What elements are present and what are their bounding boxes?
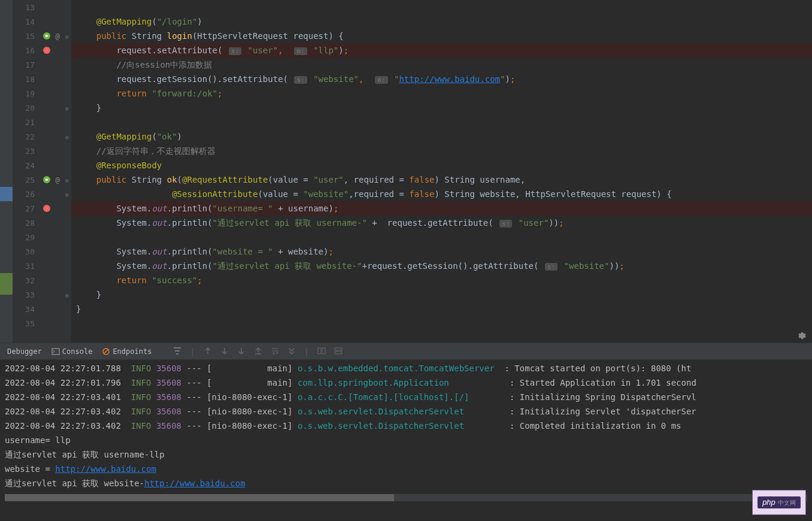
fold-icon[interactable]: ⊖	[65, 134, 69, 141]
code-line[interactable]: request.setAttribute( s: "user", o: "llp…	[71, 43, 812, 57]
gutter-line[interactable]: 19	[13, 86, 71, 101]
line-number: 30	[13, 247, 40, 256]
horizontal-scrollbar[interactable]	[5, 494, 807, 501]
code-line[interactable]: @ResponseBody	[71, 158, 812, 172]
down-arrow-2-icon[interactable]	[237, 347, 246, 355]
filter-icon[interactable]	[173, 347, 181, 355]
left-stripe	[0, 0, 13, 343]
url-link[interactable]: http://www.baidu.com	[55, 464, 156, 474]
gutter-line[interactable]: 16	[13, 43, 71, 57]
fold-icon[interactable]: ⊖	[65, 292, 69, 299]
gutter-line[interactable]: 31	[13, 259, 71, 273]
bookmark-highlight[interactable]	[0, 187, 13, 201]
console-output[interactable]: 2022-08-04 22:27:01.788 INFO 35608 --- […	[0, 360, 812, 521]
layout-2-icon[interactable]	[334, 347, 343, 355]
svg-rect-8	[335, 352, 342, 354]
fold-icon[interactable]: ⊖	[65, 34, 69, 40]
code-line[interactable]: System.out.println("username= " + userna…	[71, 201, 812, 216]
console-icon	[51, 347, 60, 356]
code-line[interactable]: }	[71, 101, 812, 115]
up-icon[interactable]	[204, 347, 212, 355]
gutter-line[interactable]: 14	[13, 14, 71, 29]
gutter-line[interactable]: 17	[13, 57, 71, 72]
gutter-line[interactable]: 34	[13, 302, 71, 316]
editor-area: 131415@⊖1617181920⊖2122⊖232425@⊖26⊖27282…	[0, 0, 812, 343]
gutter-line[interactable]: 22⊖	[13, 129, 71, 144]
code-line[interactable]: @GetMapping("/login")	[71, 14, 812, 29]
log-line: 2022-08-04 22:27:03.402 INFO 35608 --- […	[5, 404, 807, 419]
tab-endpoints[interactable]: Endpoints	[102, 347, 152, 356]
gutter-line[interactable]: 26⊖	[13, 187, 71, 201]
code-line[interactable]: //返回字符串，不走视图解析器	[71, 144, 812, 158]
line-number: 28	[13, 219, 40, 228]
badge-text: php	[762, 498, 775, 507]
code-line[interactable]: //向session中添加数据	[71, 57, 812, 72]
code-line[interactable]: public String login(HttpServletRequest r…	[71, 29, 812, 43]
gutter-line[interactable]: 24	[13, 158, 71, 172]
gear-icon[interactable]	[798, 331, 806, 340]
breakpoint-icon[interactable]	[42, 46, 51, 55]
tab-console[interactable]: Console	[51, 347, 93, 356]
gutter-line[interactable]: 30	[13, 244, 71, 259]
code-line[interactable]: System.out.println("website = " + websit…	[71, 244, 812, 259]
line-number: 13	[13, 3, 40, 12]
endpoints-icon	[102, 347, 110, 356]
code-line[interactable]: }	[71, 287, 812, 302]
code-line[interactable]	[71, 316, 812, 331]
code-line[interactable]: request.getSession().setAttribute( s: "w…	[71, 72, 812, 86]
gutter-line[interactable]: 25@⊖	[13, 172, 71, 187]
gutter-line[interactable]: 13	[13, 0, 71, 14]
code-editor[interactable]: @GetMapping("/login") public String logi…	[71, 0, 812, 343]
gutter[interactable]: 131415@⊖1617181920⊖2122⊖232425@⊖26⊖27282…	[13, 0, 71, 343]
gutter-line[interactable]: 15@⊖	[13, 29, 71, 43]
wrap-icon[interactable]	[271, 347, 279, 355]
bottom-panel: Debugger Console Endpoints | |	[0, 343, 812, 521]
code-line[interactable]: @GetMapping("ok")	[71, 129, 812, 144]
gutter-line[interactable]: 20⊖	[13, 101, 71, 115]
code-line[interactable]: }	[71, 302, 812, 316]
log-line: 2022-08-04 22:27:03.402 INFO 35608 --- […	[5, 419, 807, 433]
gutter-line[interactable]: 27	[13, 201, 71, 216]
svg-rect-6	[322, 348, 325, 354]
code-line[interactable]: @SessionAttribute(value = "website",requ…	[71, 187, 812, 201]
gutter-line[interactable]: 32	[13, 273, 71, 287]
gutter-line[interactable]: 33⊖	[13, 287, 71, 302]
line-number: 31	[13, 262, 40, 271]
code-line[interactable]: System.out.println("通过servlet api 获取 web…	[71, 259, 812, 273]
down-arrow-icon[interactable]	[220, 347, 229, 355]
spring-icon[interactable]	[42, 175, 51, 184]
scroll-end-icon[interactable]	[287, 347, 296, 355]
fold-icon[interactable]: ⊖	[65, 177, 69, 184]
code-line[interactable]	[71, 0, 812, 14]
code-line[interactable]: public String ok(@RequestAttribute(value…	[71, 172, 812, 187]
annotation-icon[interactable]: @	[55, 176, 59, 184]
code-line[interactable]: return "success";	[71, 273, 812, 287]
url-link[interactable]: http://www.baidu.com	[144, 478, 246, 488]
tab-debugger[interactable]: Debugger	[7, 347, 42, 356]
gutter-line[interactable]: 28	[13, 216, 71, 230]
line-number: 24	[13, 161, 40, 170]
line-number: 33	[13, 290, 40, 299]
code-line[interactable]: System.out.println("通过servlet api 获取 use…	[71, 216, 812, 230]
gutter-line[interactable]: 18	[13, 72, 71, 86]
code-line[interactable]: return "forward:/ok";	[71, 86, 812, 101]
export-icon[interactable]	[254, 347, 262, 355]
stdout-line: website = http://www.baidu.com	[5, 462, 807, 476]
gutter-line[interactable]: 29	[13, 230, 71, 244]
vcs-change-marker[interactable]	[0, 273, 13, 295]
spring-icon[interactable]	[42, 31, 51, 41]
scrollbar-thumb[interactable]	[5, 494, 394, 501]
breakpoint-icon[interactable]	[42, 204, 51, 213]
annotation-icon[interactable]: @	[55, 32, 59, 41]
gutter-line[interactable]: 21	[13, 115, 71, 129]
gutter-line[interactable]: 35	[13, 316, 71, 331]
gutter-line[interactable]: 23	[13, 144, 71, 158]
line-number: 35	[13, 319, 40, 328]
fold-icon[interactable]: ⊖	[65, 105, 69, 112]
code-line[interactable]	[71, 115, 812, 129]
line-number: 32	[13, 276, 40, 285]
fold-icon[interactable]: ⊖	[65, 192, 69, 198]
code-line[interactable]	[71, 230, 812, 244]
layout-icon[interactable]	[317, 347, 326, 355]
tab-endpoints-label: Endpoints	[113, 347, 152, 356]
